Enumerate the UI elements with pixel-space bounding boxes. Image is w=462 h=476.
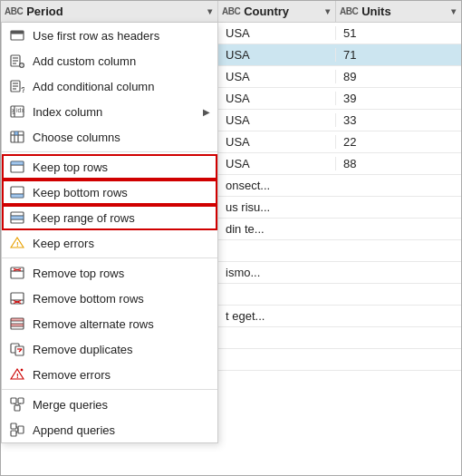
- table-row: din te...: [218, 219, 461, 240]
- remove-dup-icon: [9, 341, 25, 357]
- svg-rect-1: [11, 31, 24, 34]
- menu-item-use-first-row[interactable]: Use first row as headers: [2, 23, 217, 48]
- svg-rect-35: [11, 267, 24, 278]
- menu-item-add-custom-column[interactable]: Add custom column: [2, 48, 217, 73]
- table-row[interactable]: USA 88: [218, 153, 461, 175]
- svg-text:?: ?: [21, 85, 24, 93]
- menu-label-merge-queries: Merge queries: [33, 398, 210, 412]
- cell-full: onsect...: [218, 179, 277, 192]
- menu-item-remove-bottom-rows[interactable]: Remove bottom rows: [2, 286, 217, 311]
- menu-label-remove-duplicates: Remove duplicates: [33, 343, 210, 356]
- merge-icon: [9, 396, 25, 413]
- svg-rect-58: [14, 405, 20, 411]
- svg-rect-62: [11, 431, 16, 436]
- svg-text:2: 2: [12, 108, 14, 113]
- keep-errors-icon: !: [9, 235, 25, 251]
- cell-country: USA: [218, 48, 336, 62]
- menu-item-remove-duplicates[interactable]: Remove duplicates: [2, 336, 217, 362]
- table-row: [218, 240, 461, 262]
- menu-item-keep-bottom-rows[interactable]: Keep bottom rows: [2, 180, 217, 205]
- index-col-icon: 12idx: [9, 103, 25, 120]
- menu-label-add-conditional-column: Add conditional column: [33, 80, 210, 93]
- menu-label-keep-bottom-rows: Keep bottom rows: [33, 186, 210, 199]
- svg-rect-56: [11, 398, 16, 403]
- cell-country: USA: [218, 70, 336, 83]
- main-container: ABC Period ▾ ABC Country ▾ ABC Units ▾ U…: [0, 0, 462, 476]
- table-row[interactable]: USA 89: [218, 66, 461, 88]
- table-body: Use first row as headers Add custom colu…: [1, 23, 461, 475]
- cell-country: USA: [218, 92, 336, 105]
- cell-units: 88: [336, 157, 461, 170]
- cell-units: 39: [336, 92, 461, 105]
- col-units-header: ABC Units ▾: [336, 1, 461, 22]
- table-row[interactable]: USA 71: [218, 44, 461, 66]
- menu-label-keep-range-rows: Keep range of rows: [33, 211, 210, 225]
- table-row: [218, 349, 461, 371]
- remove-top-icon: [9, 265, 25, 281]
- menu-label-remove-bottom-rows: Remove bottom rows: [33, 292, 210, 306]
- svg-rect-57: [18, 398, 24, 403]
- menu-item-index-column[interactable]: 12idx Index column ▶: [2, 99, 217, 124]
- period-filter-btn[interactable]: ▾: [206, 6, 214, 16]
- menu-item-keep-errors[interactable]: ! Keep errors: [2, 230, 217, 256]
- table-row[interactable]: USA 33: [218, 110, 461, 131]
- table-row: t eget...: [218, 306, 461, 327]
- svg-rect-33: [11, 216, 24, 219]
- menu-item-keep-range-rows[interactable]: Keep range of rows: [2, 205, 217, 230]
- table-row: us risu...: [218, 197, 461, 219]
- menu-item-add-conditional-column[interactable]: ? Add conditional column: [2, 73, 217, 99]
- menu-item-remove-errors[interactable]: ! Remove errors: [2, 362, 217, 387]
- keep-bottom-icon: [9, 184, 25, 200]
- cell-units: 22: [336, 135, 461, 149]
- country-type-icon: ABC: [222, 6, 240, 16]
- units-filter-btn[interactable]: ▾: [449, 6, 457, 16]
- country-filter-btn[interactable]: ▾: [323, 6, 332, 16]
- menu-item-remove-alternate-rows[interactable]: Remove alternate rows: [2, 311, 217, 336]
- cell-country: USA: [218, 135, 336, 149]
- remove-bottom-icon: [9, 290, 25, 306]
- append-icon: [9, 422, 25, 438]
- menu-item-append-queries[interactable]: Append queries: [2, 417, 217, 442]
- svg-rect-26: [11, 161, 24, 165]
- remove-errors-icon: !: [9, 366, 25, 383]
- svg-text:!: !: [16, 240, 19, 248]
- table-row: ismo...: [218, 262, 461, 284]
- menu-item-merge-queries[interactable]: Merge queries: [2, 392, 217, 417]
- period-col-label: Period: [26, 5, 63, 18]
- dropdown-menu: Use first row as headers Add custom colu…: [1, 23, 218, 443]
- menu-item-choose-columns[interactable]: Choose columns: [2, 124, 217, 150]
- table-row: [218, 284, 461, 306]
- cell-full: t eget...: [218, 309, 272, 323]
- svg-rect-48: [11, 324, 24, 326]
- menu-item-keep-top-rows[interactable]: Keep top rows: [2, 154, 217, 180]
- table-row: [218, 327, 461, 349]
- period-type-icon: ABC: [5, 6, 23, 16]
- menu-label-add-custom-column: Add custom column: [33, 54, 210, 68]
- menu-label-remove-alternate-rows: Remove alternate rows: [33, 317, 210, 331]
- menu-item-remove-top-rows[interactable]: Remove top rows: [2, 260, 217, 286]
- submenu-arrow-index-column: ▶: [203, 107, 210, 117]
- table-row[interactable]: USA 39: [218, 88, 461, 110]
- menu-label-remove-errors: Remove errors: [33, 368, 210, 382]
- remove-alt-icon: [9, 316, 25, 332]
- divider-5: [2, 151, 217, 152]
- conditional-col-icon: ?: [9, 78, 25, 94]
- svg-rect-47: [11, 318, 24, 321]
- menu-label-keep-top-rows: Keep top rows: [33, 160, 210, 174]
- cell-full: ismo...: [218, 266, 267, 279]
- table-header: ABC Period ▾ ABC Country ▾ ABC Units ▾: [1, 1, 461, 23]
- cell-units: 51: [336, 26, 461, 40]
- svg-rect-23: [14, 131, 18, 135]
- custom-col-icon: [9, 53, 25, 69]
- units-col-label: Units: [361, 5, 391, 18]
- menu-label-index-column: Index column: [33, 105, 196, 119]
- cell-full: din te...: [218, 222, 272, 236]
- data-table: USA 51 USA 71 USA 89 USA 39 USA 33 USA 2…: [218, 23, 461, 475]
- table-row[interactable]: USA 51: [218, 23, 461, 44]
- svg-text:idx: idx: [16, 107, 24, 113]
- table-row[interactable]: USA 22: [218, 131, 461, 153]
- cell-full: us risu...: [218, 200, 277, 214]
- cell-units: 33: [336, 113, 461, 127]
- keep-range-icon: [9, 209, 25, 226]
- col-period-header: ABC Period ▾: [1, 1, 218, 22]
